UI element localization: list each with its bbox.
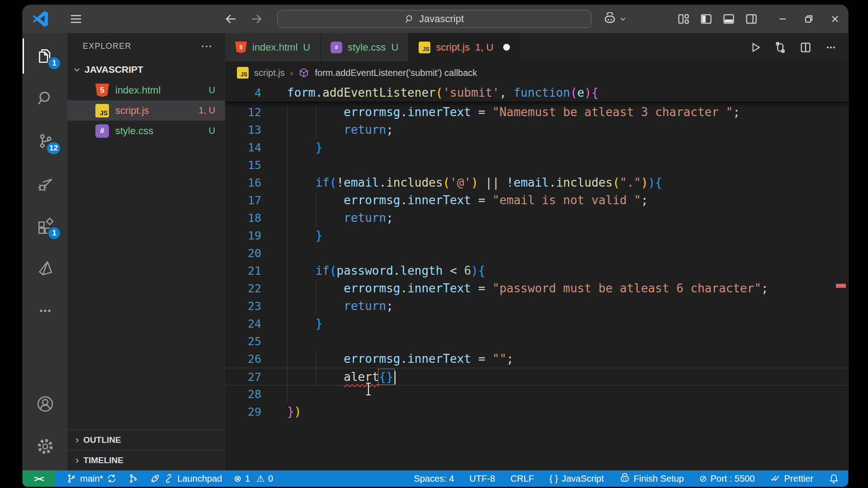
code-line-20[interactable]: 20 — [225, 244, 848, 262]
vscode-logo-icon — [32, 10, 50, 28]
eol-item[interactable]: CRLF — [510, 474, 534, 484]
command-center-search[interactable]: Javascript — [277, 10, 591, 28]
code-line-16[interactable]: 16 if(!email.includes('@') || !email.inc… — [225, 174, 848, 192]
code-line-19[interactable]: 19 } — [225, 227, 848, 244]
git-branch-item[interactable]: main* — [66, 474, 117, 484]
toggle-secondary-sidebar-icon[interactable] — [745, 13, 758, 25]
bell-icon — [829, 474, 839, 484]
indent-guide — [287, 174, 288, 192]
encoding-item[interactable]: UTF-8 — [469, 474, 495, 484]
source-control-icon[interactable]: 12 — [23, 120, 67, 162]
tab-label: script.js — [436, 42, 470, 53]
code-line-28[interactable]: 28 — [225, 385, 848, 403]
indent-guide — [287, 262, 288, 280]
close-button[interactable] — [822, 5, 848, 33]
copilot-icon — [603, 12, 617, 26]
launchpad-item[interactable]: Launchpad — [150, 474, 222, 484]
split-editor-icon[interactable] — [799, 41, 812, 54]
slash-circle-icon: ⊘ — [699, 473, 707, 484]
port-item[interactable]: ⊘ Port : 5500 — [699, 473, 755, 484]
code-line-24[interactable]: 24 } — [225, 315, 848, 333]
explorer-icon[interactable]: 1 — [23, 35, 67, 77]
customize-layout-icon[interactable] — [677, 13, 690, 25]
code-line-13[interactable]: 13 return; — [225, 121, 848, 139]
folder-javascript[interactable]: JAVASCRIPT — [67, 59, 225, 80]
more-views-icon[interactable] — [23, 290, 67, 332]
problems-item[interactable]: ⊗ 1 ⚠ 0 — [234, 473, 273, 484]
indent-guide — [316, 297, 316, 315]
extensions-icon[interactable]: 1 — [23, 205, 67, 247]
screen: Javascript — [0, 0, 868, 488]
timeline-section[interactable]: › TIMELINE — [67, 450, 225, 470]
settings-gear-icon[interactable] — [23, 425, 67, 468]
minimize-button[interactable] — [769, 5, 796, 33]
indent-guide — [287, 350, 288, 368]
code-line-29[interactable]: 29}) — [225, 403, 848, 421]
indent-guide — [287, 209, 288, 227]
copilot-menu[interactable] — [603, 12, 627, 26]
eol-label: CRLF — [510, 474, 534, 484]
sidebar-more-icon[interactable]: ⋯ — [201, 39, 213, 53]
forward-arrow-icon[interactable] — [246, 9, 266, 29]
code-line-15[interactable]: 15 — [225, 156, 848, 174]
copilot-status-item[interactable]: Finish Setup — [619, 473, 684, 484]
sticky-scroll-line[interactable]: 4form.addEventListener('submit', functio… — [225, 84, 848, 102]
code-line-14[interactable]: 14 } — [225, 139, 848, 156]
code-editor[interactable]: 4form.addEventListener('submit', functio… — [225, 84, 848, 470]
chevron-down-icon — [73, 66, 81, 74]
run-file-icon[interactable] — [750, 42, 761, 53]
remote-indicator[interactable]: >< — [23, 470, 55, 487]
code-line-23[interactable]: 23 return; — [225, 297, 848, 315]
toggle-panel-icon[interactable] — [722, 13, 735, 25]
language-mode-item[interactable]: { } JavaScript — [549, 474, 604, 484]
extensions-badge: 1 — [47, 226, 61, 240]
tab-index-html[interactable]: 5 index.html U — [225, 33, 321, 61]
title-bar: Javascript — [23, 5, 848, 33]
indentation-item[interactable]: Spaces: 4 — [414, 474, 454, 484]
more-actions-icon[interactable] — [825, 41, 837, 54]
tab-git-badge: U — [392, 42, 399, 53]
prettier-item[interactable]: ✓✓ Prettier — [770, 473, 813, 484]
code-line-25[interactable]: 25 — [225, 333, 848, 350]
code-line-26[interactable]: 26 errormsg.innerText = ""; — [225, 350, 848, 368]
code-line-4[interactable]: 4form.addEventListener('submit', functio… — [225, 84, 848, 102]
file-index-html[interactable]: 5 index.html U — [67, 80, 225, 100]
code-line-22[interactable]: 22 errormsg.innerText = "password must b… — [225, 280, 848, 297]
indent-guide — [287, 385, 288, 403]
notifications-item[interactable] — [829, 474, 839, 484]
search-value: Javascript — [419, 13, 464, 25]
search-view-icon[interactable] — [23, 77, 67, 120]
code-line-12[interactable]: 12 errormsg.innerText = "Namemust be atl… — [225, 103, 848, 121]
toggle-primary-sidebar-icon[interactable] — [700, 13, 712, 25]
back-arrow-icon[interactable] — [221, 9, 241, 29]
tab-script-js[interactable]: JS script.js 1, U — [409, 33, 520, 61]
code-line-18[interactable]: 18 return; — [225, 209, 848, 227]
code-line-21[interactable]: 21 if(password.length < 6){ — [225, 262, 848, 280]
code-line-17[interactable]: 17 errormsg.innerText = "email is not va… — [225, 192, 848, 209]
prism-extension-icon[interactable] — [23, 247, 67, 290]
line-number: 14 — [225, 139, 261, 156]
code-line-27[interactable]: 27 alert{} — [225, 368, 848, 385]
outline-section[interactable]: › OUTLINE — [67, 430, 225, 450]
accounts-icon[interactable] — [23, 383, 67, 425]
file-script-js[interactable]: JS script.js 1, U — [67, 100, 225, 121]
braces-icon: { } — [549, 474, 558, 484]
restore-button[interactable] — [796, 5, 822, 33]
git-graph-item[interactable] — [128, 474, 138, 483]
rocket-icon — [150, 474, 160, 483]
menu-icon[interactable] — [65, 8, 87, 30]
breadcrumb-file[interactable]: script.js — [254, 68, 285, 78]
prettier-label: Prettier — [784, 474, 813, 484]
sidebar-title: EXPLORER — [83, 42, 132, 51]
unsaved-dot-icon[interactable] — [503, 44, 510, 51]
file-style-css[interactable]: # style.css U — [67, 121, 225, 141]
css-file-icon: # — [95, 124, 109, 138]
indent-guide — [316, 209, 316, 227]
symbol-cube-icon — [298, 67, 309, 78]
tab-style-css[interactable]: # style.css U — [321, 33, 409, 61]
line-number: 15 — [225, 156, 261, 174]
compare-changes-icon[interactable] — [774, 41, 787, 54]
breadcrumb-symbol[interactable]: form.addEventListener('submit') callback — [315, 68, 477, 78]
run-debug-icon[interactable] — [23, 162, 67, 205]
git-status-badge: U — [209, 126, 215, 136]
